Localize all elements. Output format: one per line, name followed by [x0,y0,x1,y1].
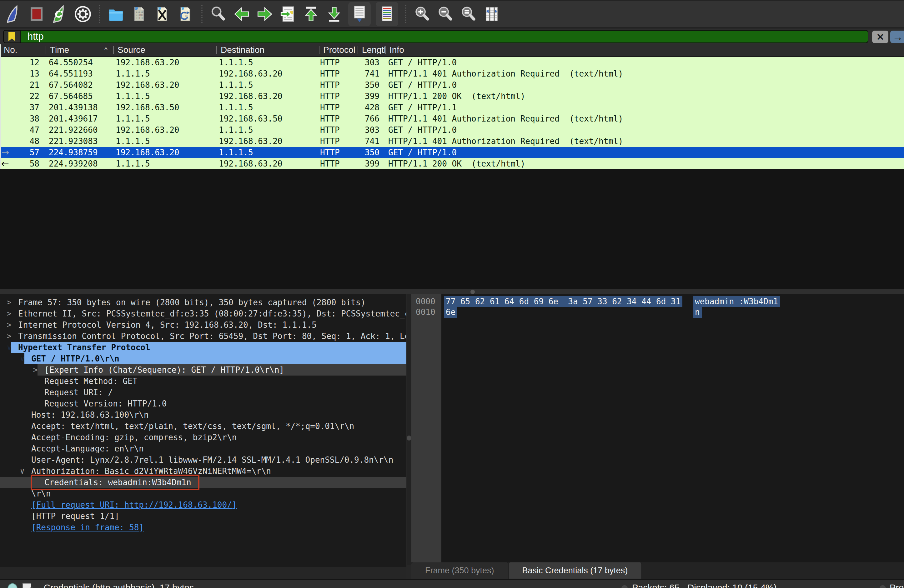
filter-bookmark-button[interactable] [4,31,21,43]
detail-line-9[interactable]: Request Version: HTTP/1.0 [0,398,406,409]
start-capture-icon[interactable] [5,4,22,24]
expander-closed-icon[interactable]: > [7,297,11,308]
detail-line-20[interactable]: [Response in frame: 58] [0,522,406,533]
expander-closed-icon[interactable]: > [7,331,11,342]
detail-line-12[interactable]: Accept-Encoding: gzip, compress, bzip2\r… [0,432,406,443]
packet-row-48[interactable]: 48221.9230831.1.1.5192.168.63.20HTTP741H… [0,136,904,147]
save-file-icon[interactable]: 010100110101110 [130,4,148,24]
packet-list-header: No.Time^SourceDestinationProtocolLengthI… [0,44,904,57]
detail-line-18[interactable]: [Full request URI: http://192.168.63.100… [0,499,406,511]
packet-row-37[interactable]: 37201.439138192.168.63.501.1.1.5HTTP428G… [0,102,904,113]
auto-scroll-icon[interactable] [348,2,371,26]
expander-open-icon[interactable]: ∨ [20,353,24,364]
zoom-in-icon[interactable] [413,4,431,24]
cell-len: 428 [357,102,385,113]
column-header-time[interactable]: Time^ [46,46,113,54]
detail-line-4[interactable]: ∨Hypertext Transfer Protocol [0,342,406,353]
packet-row-21[interactable]: 2167.564082192.168.63.201.1.1.5HTTP350GE… [0,79,904,91]
column-header-no[interactable]: No. [0,46,46,54]
packet-list-rows: 1264.550254192.168.63.201.1.1.5HTTP303GE… [0,57,904,169]
find-packet-icon[interactable] [209,4,228,24]
packet-list-left-edge [0,44,1,169]
hex-row-0010[interactable]: 00106en [411,307,904,317]
details-horizontal-scrollbar[interactable] [0,567,406,579]
cell-dst: 1.1.1.5 [216,79,319,91]
expander-closed-icon[interactable]: > [7,308,11,319]
splitter-handle-dot[interactable] [471,290,475,294]
filter-clear-button[interactable]: ✕ [872,31,888,43]
column-header-info[interactable]: Info [385,46,904,54]
detail-text: Host: 192.168.63.100\r\n [31,409,149,421]
next-packet-icon[interactable] [256,4,274,24]
stop-capture-icon[interactable] [27,4,46,24]
detail-line-8[interactable]: Request URI: / [0,387,406,398]
cell-dst: 192.168.63.20 [216,158,319,169]
detail-line-5[interactable]: ∨GET / HTTP/1.0\r\n [0,353,406,364]
packet-row-38[interactable]: 38201.4396171.1.1.5192.168.63.50HTTP766H… [0,113,904,125]
expander-open-icon[interactable]: ∨ [7,342,11,353]
detail-line-14[interactable]: User-Agent: Lynx/2.8.7rel.1 libwww-FM/2.… [0,454,406,465]
display-filter-input[interactable]: http [3,30,868,43]
colorize-packets-icon[interactable] [376,2,398,26]
first-packet-icon[interactable] [302,4,320,24]
hex-ascii[interactable]: webadmin :W3b4Dm1 [695,296,780,307]
column-header-source[interactable]: Source [113,46,216,54]
hex-bytes[interactable]: 6e [446,307,457,317]
svg-text:01110: 01110 [136,17,144,20]
detail-line-11[interactable]: Accept: text/html, text/plain, text/css,… [0,421,406,432]
detail-text: Accept-Language: en\r\n [31,443,144,454]
zoom-reset-icon[interactable] [460,4,477,24]
byte-view-tab-active[interactable]: Basic Credentials (17 bytes) [509,563,642,579]
column-header-length[interactable]: Length [357,46,385,54]
detail-line-16[interactable]: Credentials: webadmin:W3b4Dm1n [0,477,406,488]
detail-text: Accept: text/html, text/plain, text/css,… [31,421,354,432]
resize-columns-icon[interactable] [483,4,501,24]
expert-info-icon[interactable] [8,583,17,588]
detail-line-6[interactable]: >[Expert Info (Chat/Sequence): GET / HTT… [0,364,406,375]
packet-row-13[interactable]: 1364.5511931.1.1.5192.168.63.20HTTP741HT… [0,68,904,79]
previous-packet-icon[interactable] [232,4,251,24]
cell-info: HTTP/1.1 200 OK (text/html) [385,91,904,102]
expander-open-icon[interactable]: ∨ [20,465,24,477]
close-file-icon[interactable] [153,4,171,24]
pane-splitter[interactable] [0,289,904,294]
open-file-icon[interactable] [107,4,125,24]
column-header-protocol[interactable]: Protocol [319,46,357,54]
hex-bytes[interactable]: 77 65 62 61 64 6d 69 6e 3a 57 33 62 34 4… [446,296,683,307]
detail-line-2[interactable]: >Internet Protocol Version 4, Src: 192.1… [0,319,406,331]
detail-line-7[interactable]: Request Method: GET [0,375,406,387]
cell-dst: 192.168.63.50 [216,113,319,125]
packet-row-12[interactable]: 1264.550254192.168.63.201.1.1.5HTTP303GE… [0,57,904,68]
cell-time: 64.551193 [46,68,113,79]
column-header-destination[interactable]: Destination [216,46,319,54]
byte-view-tab-inactive[interactable]: Frame (350 bytes) [411,563,509,579]
packet-row-58[interactable]: 58224.9392081.1.1.5192.168.63.20HTTP399H… [0,158,904,169]
packet-row-57[interactable]: 57224.938759192.168.63.201.1.1.5HTTP350G… [0,147,904,158]
detail-text: GET / HTTP/1.0\r\n [31,353,119,364]
go-to-packet-icon[interactable] [279,4,297,24]
detail-line-13[interactable]: Accept-Language: en\r\n [0,443,406,454]
filter-apply-button[interactable]: → [890,31,904,43]
detail-line-3[interactable]: >Transmission Control Protocol, Src Port… [0,331,406,342]
capture-options-icon[interactable] [74,4,92,24]
zoom-out-icon[interactable] [436,4,455,24]
detail-line-10[interactable]: Host: 192.168.63.100\r\n [0,409,406,421]
packet-row-47[interactable]: 47221.922660192.168.63.201.1.1.5HTTP303G… [0,125,904,136]
hex-row-0000[interactable]: 000077 65 62 61 64 6d 69 6e 3a 57 33 62 … [411,296,904,307]
last-packet-icon[interactable] [325,4,343,24]
reload-file-icon[interactable]: 101011001110 [176,4,194,24]
detail-line-0[interactable]: >Frame 57: 350 bytes on wire (2800 bits)… [0,297,406,308]
hex-ascii[interactable]: n [695,307,702,317]
detail-line-19[interactable]: [HTTP request 1/1] [0,511,406,522]
details-vertical-scrollbar-thumb[interactable] [407,435,411,441]
restart-capture-icon[interactable] [51,4,69,24]
cell-src: 1.1.1.5 [113,113,216,125]
expander-closed-icon[interactable]: > [7,319,11,331]
details-vertical-scrollbar[interactable] [407,294,411,565]
detail-line-17[interactable]: \r\n [0,488,406,499]
capture-comment-icon[interactable] [22,583,31,588]
expander-closed-icon[interactable]: > [33,364,38,375]
detail-text: [Response in frame: 58] [31,522,144,533]
packet-row-22[interactable]: 2267.5646851.1.1.5192.168.63.20HTTP399HT… [0,91,904,102]
detail-line-1[interactable]: >Ethernet II, Src: PCSSystemtec_df:e3:35… [0,308,406,319]
